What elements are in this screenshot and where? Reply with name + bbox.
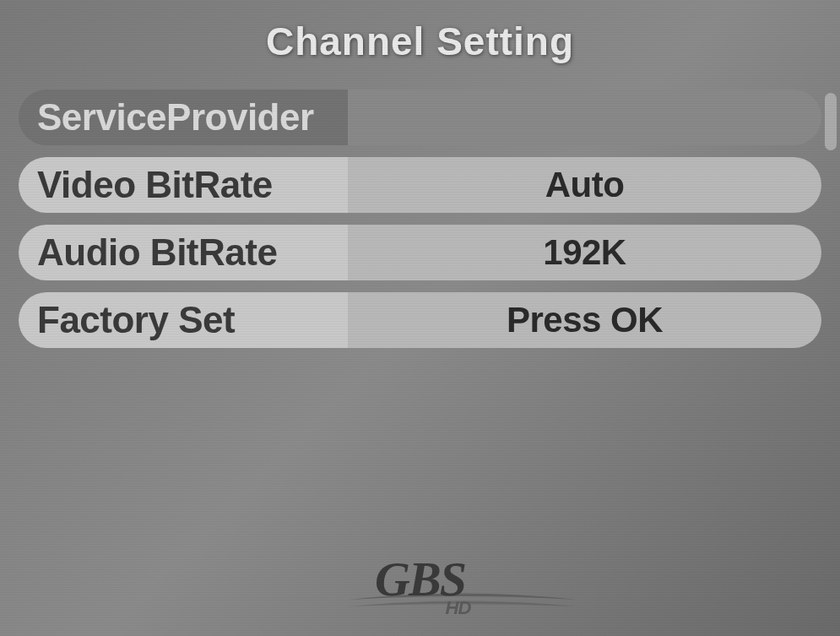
menu-label: Factory Set [19, 292, 348, 348]
settings-menu: ServiceProvider Video BitRate Auto Audio… [0, 90, 840, 348]
menu-value-field[interactable]: Press OK [348, 292, 821, 348]
menu-item-video-bitrate[interactable]: Video BitRate Auto [19, 157, 821, 213]
menu-value: Press OK [507, 300, 663, 340]
menu-label: Audio BitRate [19, 225, 348, 280]
menu-label: ServiceProvider [19, 90, 348, 145]
menu-value-field[interactable] [348, 90, 821, 145]
menu-label: Video BitRate [19, 157, 348, 213]
brand-logo: GBS HD [0, 551, 840, 619]
page-title: Channel Setting [0, 0, 840, 90]
menu-item-factory-set[interactable]: Factory Set Press OK [19, 292, 821, 348]
menu-value: Auto [545, 165, 625, 205]
scrollbar[interactable] [825, 93, 837, 150]
menu-item-audio-bitrate[interactable]: Audio BitRate 192K [19, 225, 821, 280]
menu-item-service-provider[interactable]: ServiceProvider [19, 90, 821, 145]
logo-text-sub: HD [446, 597, 471, 619]
menu-value-field[interactable]: Auto [348, 157, 821, 213]
menu-value: 192K [543, 232, 626, 273]
menu-value-field[interactable]: 192K [348, 225, 821, 280]
